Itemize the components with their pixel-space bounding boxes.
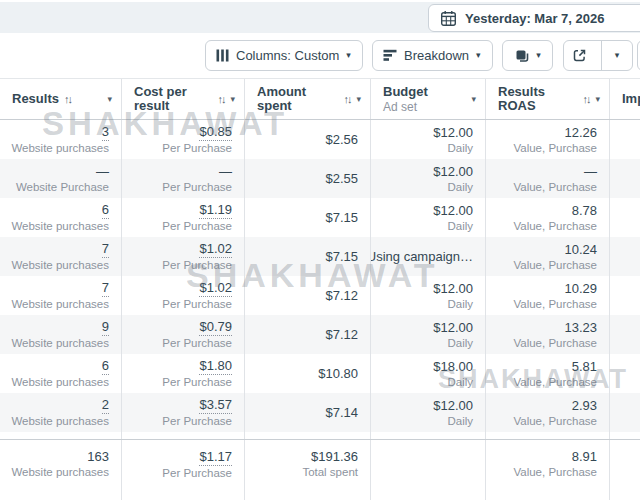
cell-impressions <box>610 120 640 159</box>
cost-subtext: Per Purchase <box>162 219 232 233</box>
chevron-down-icon[interactable]: ▾ <box>471 95 476 104</box>
cell-cost: $1.80 Per Purchase <box>122 354 245 393</box>
cell-roas: — Value, Purchase <box>486 159 610 198</box>
chevron-down-icon[interactable]: ▾ <box>595 95 600 104</box>
cost-value[interactable]: $0.85 <box>199 124 232 141</box>
cost-value[interactable]: $1.02 <box>199 280 232 297</box>
footer-roas-subtext: Value, Purchase <box>513 465 597 479</box>
column-header-budget[interactable]: Budget Ad set ▾ <box>371 79 486 119</box>
cost-value[interactable]: $1.02 <box>199 241 232 258</box>
budget-subtext: Daily <box>447 180 473 194</box>
chevron-down-icon[interactable]: ▾ <box>356 95 361 104</box>
sort-icon[interactable]: ↑↓ <box>64 92 71 106</box>
column-label: Results <box>12 92 59 106</box>
cell-spent: $10.80 <box>245 354 371 393</box>
results-value[interactable]: 7 <box>102 280 109 297</box>
cell-spent: $7.14 <box>245 393 371 432</box>
footer-cost-subtext: Per Purchase <box>162 466 232 480</box>
results-value[interactable]: 2 <box>102 397 109 414</box>
cell-spent: $7.12 <box>245 276 371 315</box>
footer-cost-value[interactable]: $1.17 <box>199 449 232 466</box>
cell-impressions <box>610 393 640 432</box>
chevron-down-icon[interactable]: ▾ <box>230 95 235 104</box>
results-subtext: Website purchases <box>11 141 109 155</box>
roas-value: 5.81 <box>572 359 597 375</box>
roas-value: 12.26 <box>564 125 597 141</box>
results-value[interactable]: 7 <box>102 241 109 258</box>
spent-value: $7.12 <box>325 327 358 343</box>
budget-subtext: Daily <box>447 336 473 350</box>
cell-impressions <box>610 198 640 237</box>
cost-value[interactable]: $0.79 <box>199 319 232 336</box>
budget-value: $12.00 <box>433 125 473 141</box>
export-button[interactable] <box>564 41 594 70</box>
sort-icon[interactable]: ↑↓ <box>217 92 224 106</box>
table-row: 9 Website purchases $0.79 Per Purchase $… <box>0 315 640 354</box>
results-subtext: Website Purchase <box>16 180 109 194</box>
table-row: 6 Website purchases $1.80 Per Purchase $… <box>0 354 640 393</box>
column-label: Cost per result <box>134 85 206 113</box>
cost-subtext: Per Purchase <box>162 141 232 155</box>
cell-results: 2 Website purchases <box>0 393 122 432</box>
export-more-button[interactable]: ▾ <box>601 41 632 70</box>
column-header-impressions[interactable]: Imp <box>610 79 640 119</box>
column-header-results[interactable]: Results ↑↓ ▾ <box>0 79 122 119</box>
budget-value: Using campaign… <box>371 249 473 265</box>
column-header-results-roas[interactable]: Results ROAS ↑↓ ▾ <box>486 79 610 119</box>
table-row: 2 Website purchases $3.57 Per Purchase $… <box>0 393 640 432</box>
roas-value: 10.24 <box>564 242 597 258</box>
column-label: Imp <box>622 92 640 106</box>
cell-results: 6 Website purchases <box>0 198 122 237</box>
cell-budget: $12.00 Daily <box>371 276 486 315</box>
cell-cost: $0.85 Per Purchase <box>122 120 245 159</box>
column-header-cost-per-result[interactable]: Cost per result ↑↓ ▾ <box>122 79 245 119</box>
cell-budget: Using campaign… <box>371 237 486 276</box>
sort-icon[interactable]: ↑↓ <box>343 92 350 106</box>
roas-value: 2.93 <box>572 398 597 414</box>
results-subtext: Website purchases <box>11 336 109 350</box>
cell-spent: $2.56 <box>245 120 371 159</box>
reports-button[interactable]: ▾ <box>502 40 553 71</box>
budget-subtext: Daily <box>447 375 473 389</box>
cell-cost: $3.57 Per Purchase <box>122 393 245 432</box>
budget-subtext: Daily <box>447 297 473 311</box>
cell-budget: $12.00 Daily <box>371 315 486 354</box>
cost-subtext: Per Purchase <box>162 258 232 272</box>
cell-spent: $7.12 <box>245 315 371 354</box>
results-value[interactable]: 6 <box>102 358 109 375</box>
results-value[interactable]: 3 <box>102 124 109 141</box>
cell-results: 6 Website purchases <box>0 354 122 393</box>
results-value[interactable]: 6 <box>102 202 109 219</box>
columns-button-label: Columns: Custom <box>236 48 339 63</box>
cost-subtext: Per Purchase <box>162 375 232 389</box>
chevron-down-icon[interactable]: ▾ <box>107 95 112 104</box>
cell-roas: 13.23 Value, Purchase <box>486 315 610 354</box>
table-row: — Website Purchase — Per Purchase $2.55 … <box>0 159 640 198</box>
cell-roas: 8.78 Value, Purchase <box>486 198 610 237</box>
cell-roas: 12.26 Value, Purchase <box>486 120 610 159</box>
cost-subtext: Per Purchase <box>162 336 232 350</box>
cell-results: 7 Website purchases <box>0 276 122 315</box>
breakdown-button[interactable]: Breakdown ▾ <box>372 40 493 71</box>
toolbar: Columns: Custom ▾ Breakdown ▾ ▾ <box>0 33 640 78</box>
cost-value[interactable]: $1.19 <box>199 202 232 219</box>
column-header-amount-spent[interactable]: Amount spent ↑↓ ▾ <box>245 79 371 119</box>
cell-roas: 10.29 Value, Purchase <box>486 276 610 315</box>
date-range-button[interactable]: Yesterday: Mar 7, 2026 <box>428 4 640 32</box>
cell-budget: $12.00 Daily <box>371 159 486 198</box>
columns-button[interactable]: Columns: Custom ▾ <box>205 40 363 71</box>
cell-roas: 5.81 Value, Purchase <box>486 354 610 393</box>
cost-value[interactable]: $1.80 <box>199 358 232 375</box>
cell-roas: 10.24 Value, Purchase <box>486 237 610 276</box>
chevron-down-icon: ▾ <box>615 51 620 60</box>
roas-subtext: Value, Purchase <box>513 258 597 272</box>
cell-spent: $7.15 <box>245 237 371 276</box>
sort-icon[interactable]: ↑↓ <box>582 92 589 106</box>
spent-value: $7.15 <box>325 210 358 226</box>
results-value[interactable]: 9 <box>102 319 109 336</box>
roas-value: — <box>584 164 597 180</box>
results-subtext: Website purchases <box>11 258 109 272</box>
cell-cost: $1.02 Per Purchase <box>122 276 245 315</box>
cost-value[interactable]: $3.57 <box>199 397 232 414</box>
export-split-button[interactable]: ▾ <box>563 40 633 71</box>
